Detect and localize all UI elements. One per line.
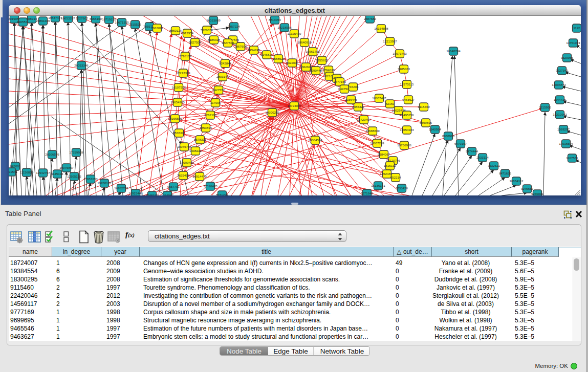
svg-text:13751074: 13751074 <box>566 41 580 45</box>
svg-text:8578313: 8578313 <box>194 138 207 141</box>
svg-text:8578313: 8578313 <box>173 131 186 135</box>
svg-text:10807487: 10807487 <box>372 96 386 100</box>
svg-text:6699695: 6699695 <box>420 121 432 124</box>
svg-text:9474444: 9474444 <box>466 149 478 153</box>
svg-text:12505135: 12505135 <box>67 174 81 178</box>
svg-text:7663822: 7663822 <box>151 26 164 30</box>
svg-text:1498222: 1498222 <box>189 149 202 152</box>
svg-text:8813054: 8813054 <box>269 18 281 21</box>
svg-text:20891406: 20891406 <box>36 19 50 23</box>
svg-text:19218506: 19218506 <box>277 26 292 29</box>
svg-text:10654112: 10654112 <box>509 179 524 183</box>
svg-text:2687682: 2687682 <box>364 17 377 20</box>
svg-text:7625402: 7625402 <box>177 173 190 177</box>
svg-text:746206: 746206 <box>348 85 359 89</box>
svg-text:11325419: 11325419 <box>287 32 301 35</box>
svg-text:16961758: 16961758 <box>306 50 320 53</box>
svg-text:8186328: 8186328 <box>208 38 221 41</box>
svg-text:17316485: 17316485 <box>203 184 217 188</box>
svg-text:10973493: 10973493 <box>393 52 407 55</box>
svg-text:9240091: 9240091 <box>531 192 544 195</box>
svg-text:1527602: 1527602 <box>76 16 89 20</box>
svg-text:15720407: 15720407 <box>357 118 371 121</box>
svg-text:2986322: 2986322 <box>352 105 365 108</box>
svg-text:1615132: 1615132 <box>384 164 397 167</box>
svg-text:12213309: 12213309 <box>176 71 190 75</box>
svg-text:19975857: 19975857 <box>59 166 74 169</box>
svg-text:12942757: 12942757 <box>36 171 50 174</box>
svg-text:16914479: 16914479 <box>192 174 207 178</box>
svg-text:10719155: 10719155 <box>102 17 116 21</box>
svg-text:12923448: 12923448 <box>128 191 143 195</box>
svg-text:10046788: 10046788 <box>177 145 191 148</box>
svg-text:3215956: 3215956 <box>539 105 552 109</box>
svg-text:19958187: 19958187 <box>97 181 112 185</box>
svg-text:18724007: 18724007 <box>287 104 301 107</box>
svg-text:62160: 62160 <box>385 102 395 105</box>
svg-text:19756928: 19756928 <box>397 143 411 147</box>
svg-text:8427552: 8427552 <box>212 88 225 92</box>
svg-text:19384554: 19384554 <box>308 138 322 142</box>
svg-text:2036446: 2036446 <box>345 98 358 101</box>
svg-text:12975115: 12975115 <box>400 82 414 86</box>
svg-text:2867608: 2867608 <box>234 45 247 48</box>
svg-text:6794028: 6794028 <box>322 68 335 72</box>
svg-text:2718179: 2718179 <box>179 54 192 58</box>
svg-text:10653287: 10653287 <box>61 16 75 20</box>
svg-text:8912954: 8912954 <box>181 31 194 35</box>
svg-text:15136141: 15136141 <box>371 184 385 187</box>
svg-text:9227342: 9227342 <box>556 69 569 72</box>
svg-text:1588520: 1588520 <box>272 57 285 60</box>
svg-text:8990448: 8990448 <box>310 69 322 72</box>
svg-text:12213957: 12213957 <box>383 39 397 43</box>
svg-text:8731224: 8731224 <box>216 193 229 195</box>
svg-text:1244987: 1244987 <box>161 193 174 195</box>
svg-text:19654923: 19654923 <box>400 128 414 132</box>
svg-text:16648784: 16648784 <box>446 49 461 53</box>
svg-text:9827509: 9827509 <box>189 40 202 44</box>
svg-text:117005: 117005 <box>210 101 221 104</box>
svg-text:39154: 39154 <box>9 170 16 173</box>
svg-text:9115460: 9115460 <box>418 105 430 108</box>
svg-text:20206576: 20206576 <box>45 152 59 156</box>
svg-text:1640954: 1640954 <box>429 127 442 131</box>
svg-text:8860124: 8860124 <box>169 29 182 32</box>
svg-text:17957253: 17957253 <box>83 177 98 181</box>
svg-text:19837471: 19837471 <box>48 16 62 19</box>
svg-text:18640910: 18640910 <box>297 40 312 44</box>
svg-text:1569297: 1569297 <box>557 127 570 131</box>
svg-text:1167531: 1167531 <box>566 156 578 160</box>
svg-text:2933114: 2933114 <box>476 156 489 159</box>
svg-text:9327508: 9327508 <box>222 41 234 45</box>
svg-text:18807249: 18807249 <box>370 141 384 145</box>
svg-text:1353594: 1353594 <box>200 126 212 129</box>
svg-text:10107554: 10107554 <box>171 85 186 89</box>
svg-text:9242848: 9242848 <box>219 61 232 65</box>
svg-text:9245119: 9245119 <box>146 193 158 195</box>
svg-text:5226058: 5226058 <box>201 28 213 32</box>
svg-text:16033809: 16033809 <box>206 18 221 22</box>
svg-text:14099489: 14099489 <box>180 161 194 164</box>
svg-text:8454749: 8454749 <box>248 48 260 52</box>
svg-text:11156829: 11156829 <box>20 170 34 174</box>
svg-text:7857224: 7857224 <box>228 25 241 28</box>
svg-text:17359928: 17359928 <box>69 150 83 154</box>
svg-text:2803144: 2803144 <box>216 75 229 78</box>
svg-text:1733426: 1733426 <box>396 186 408 190</box>
svg-text:8938913: 8938913 <box>442 134 455 138</box>
svg-text:9329966: 9329966 <box>561 56 574 59</box>
svg-text:8471636: 8471636 <box>499 171 512 175</box>
svg-text:16671355: 16671355 <box>115 20 129 24</box>
svg-text:9463627: 9463627 <box>402 98 415 101</box>
svg-text:12093872: 12093872 <box>552 83 566 86</box>
svg-text:19166825: 19166825 <box>168 117 182 120</box>
svg-text:1244415: 1244415 <box>554 98 567 101</box>
svg-text:9657791: 9657791 <box>167 185 180 188</box>
svg-text:7515526: 7515526 <box>129 23 142 26</box>
svg-text:15495756: 15495756 <box>400 113 414 117</box>
svg-text:19654985: 19654985 <box>170 100 185 104</box>
svg-text:1145194: 1145194 <box>51 172 63 176</box>
svg-text:1112: 1112 <box>574 26 580 30</box>
svg-text:6479197: 6479197 <box>454 142 467 145</box>
svg-text:16782759: 16782759 <box>114 186 128 190</box>
